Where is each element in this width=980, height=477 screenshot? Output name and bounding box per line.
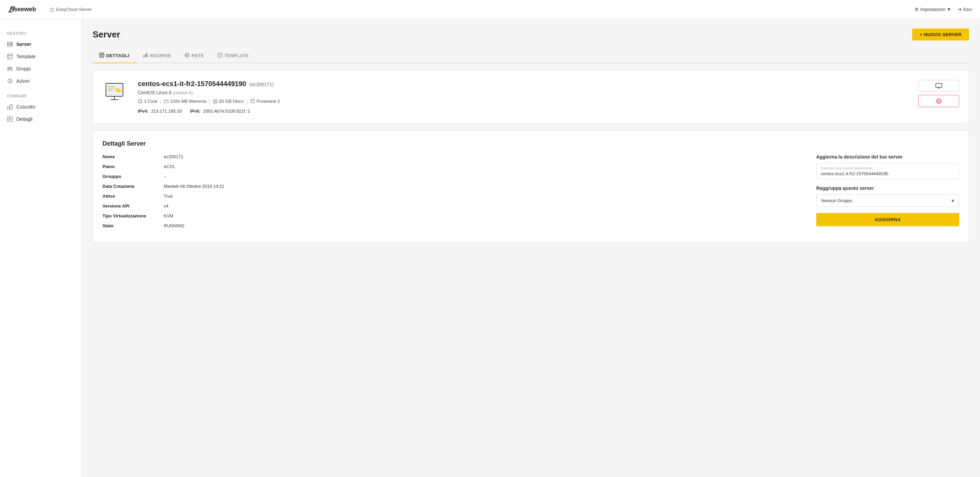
tab-risorse-icon bbox=[143, 53, 148, 59]
cpu-icon bbox=[138, 99, 143, 104]
logo: 𝓑 seeweb bbox=[8, 5, 36, 14]
svg-rect-37 bbox=[139, 100, 142, 103]
svg-rect-23 bbox=[146, 53, 148, 57]
disk-icon bbox=[213, 99, 218, 104]
svg-point-50 bbox=[213, 99, 217, 103]
svg-rect-11 bbox=[8, 106, 10, 109]
template-icon bbox=[7, 54, 13, 60]
server-illustration bbox=[102, 80, 130, 108]
tab-template[interactable]: TEMPLATE bbox=[211, 49, 256, 63]
update-button[interactable]: AGGIORNA bbox=[816, 213, 959, 226]
table-row: Stato RUNNING bbox=[102, 223, 796, 228]
description-section-title: Aggiorna la descrizione del tuo server bbox=[816, 154, 959, 160]
logout-button[interactable]: ➔ Esci bbox=[958, 7, 972, 12]
groups-icon bbox=[7, 66, 13, 72]
table-row: Versione API v4 bbox=[102, 203, 796, 209]
sidebar-item-dettagli[interactable]: Dettagli bbox=[0, 113, 81, 125]
server-actions bbox=[918, 80, 959, 107]
chevron-down-icon: ▼ bbox=[947, 7, 951, 12]
table-row: Attivo True bbox=[102, 193, 796, 199]
table-row: Piano eCS1 bbox=[102, 164, 796, 169]
table-row: Tipo Virtualizzazione KVM bbox=[102, 213, 796, 219]
svg-point-2 bbox=[11, 43, 12, 44]
power-button[interactable] bbox=[918, 95, 959, 107]
svg-rect-22 bbox=[145, 54, 146, 57]
svg-rect-53 bbox=[936, 83, 942, 87]
svg-point-8 bbox=[8, 67, 9, 69]
console-button[interactable] bbox=[918, 80, 959, 92]
description-input-label: Inserisci una nuova descrizione bbox=[821, 166, 955, 170]
svg-point-51 bbox=[215, 101, 216, 102]
sidebar-item-server[interactable]: Server bbox=[0, 38, 81, 50]
group-section-title: Raggruppa questo server bbox=[816, 185, 959, 191]
details-form: Aggiorna la descrizione del tuo server I… bbox=[816, 154, 959, 233]
table-row: Grouppo – bbox=[102, 174, 796, 179]
table-row: Data Creazione Martedì 08 Ottobre 2019 1… bbox=[102, 184, 796, 189]
details-table: Nome ec200171 Piano eCS1 Grouppo – Data … bbox=[102, 154, 796, 233]
sidebar: GESTISCI Server Template Gruppi Azioni bbox=[0, 19, 82, 477]
settings-button[interactable]: ⚙ Impostazioni ▼ bbox=[915, 7, 951, 12]
sidebar-item-cuscotto[interactable]: Cuscotto bbox=[0, 101, 81, 113]
server-hostname: centos-ecs1-it-fr2-1570544449190 bbox=[138, 80, 246, 88]
group-select[interactable]: Nessun Gruppo bbox=[816, 194, 959, 207]
product-label: ◫ EasyCloud Server bbox=[43, 7, 92, 12]
location-icon bbox=[250, 99, 255, 104]
monitor-icon bbox=[935, 83, 942, 89]
table-row: Nome ec200171 bbox=[102, 154, 796, 159]
main-content: Server + NUOVO SERVER DETTAGLI RISORSE bbox=[82, 19, 980, 477]
svg-point-7 bbox=[9, 67, 11, 69]
gear-icon: ⚙ bbox=[915, 7, 919, 12]
gestisci-label: GESTISCI bbox=[0, 31, 81, 38]
tab-risorse[interactable]: RISORSE bbox=[136, 49, 178, 63]
svg-point-9 bbox=[11, 67, 12, 69]
server-info-card: centos-ecs1-it-fr2-1570544449190 (ec2001… bbox=[92, 70, 969, 124]
tab-dettagli[interactable]: DETTAGLI bbox=[92, 49, 136, 63]
svg-rect-27 bbox=[218, 53, 222, 57]
details-card-title: Dettagli Server bbox=[102, 140, 959, 147]
svg-rect-4 bbox=[8, 54, 12, 59]
sidebar-item-template[interactable]: Template bbox=[0, 50, 81, 63]
server-details: centos-ecs1-it-fr2-1570544449190 (ec2001… bbox=[138, 80, 910, 114]
server-id: (ec200171) bbox=[250, 82, 274, 87]
dashboard-icon bbox=[7, 104, 13, 110]
tab-dettagli-icon bbox=[99, 53, 104, 59]
tab-rete[interactable]: RETE bbox=[178, 49, 211, 63]
tab-template-icon bbox=[218, 53, 222, 59]
actions-icon bbox=[7, 78, 13, 84]
topnav: 𝓑 seeweb ◫ EasyCloud Server ⚙ Impostazio… bbox=[0, 0, 980, 19]
details-icon bbox=[7, 116, 13, 122]
server-icon bbox=[7, 41, 13, 47]
description-input-wrap[interactable]: Inserisci una nuova descrizione bbox=[816, 163, 959, 179]
description-input[interactable] bbox=[821, 171, 955, 176]
consumi-label: CONSUMI bbox=[0, 94, 81, 101]
ram-icon bbox=[164, 99, 169, 104]
tabs: DETTAGLI RISORSE RETE TEMPLATE bbox=[92, 49, 969, 63]
server-specs: 1 Core | 1024 MB Memoria | 20 GB Disco |… bbox=[138, 99, 910, 104]
sidebar-item-azioni[interactable]: Azioni bbox=[0, 75, 81, 87]
power-icon bbox=[936, 98, 942, 104]
details-card: Dettagli Server Nome ec200171 Piano eCS1… bbox=[92, 130, 969, 243]
svg-rect-12 bbox=[10, 105, 12, 109]
logout-icon: ➔ bbox=[958, 7, 962, 12]
tab-rete-icon bbox=[185, 53, 189, 59]
group-select-wrap: Nessun Gruppo ▼ bbox=[816, 194, 959, 207]
svg-point-3 bbox=[11, 45, 12, 46]
new-server-button[interactable]: + NUOVO SERVER bbox=[912, 29, 969, 41]
page-title: Server bbox=[92, 29, 120, 40]
server-ip: IPv4: 213.171.185.33 IPv6: 2001:4b7e:010… bbox=[138, 109, 910, 114]
svg-rect-46 bbox=[164, 100, 168, 103]
server-os: CentOS Linux 6 (centos-6) bbox=[138, 90, 910, 95]
sidebar-item-gruppi[interactable]: Gruppi bbox=[0, 63, 81, 75]
svg-rect-52 bbox=[251, 100, 255, 103]
svg-rect-21 bbox=[143, 55, 145, 57]
